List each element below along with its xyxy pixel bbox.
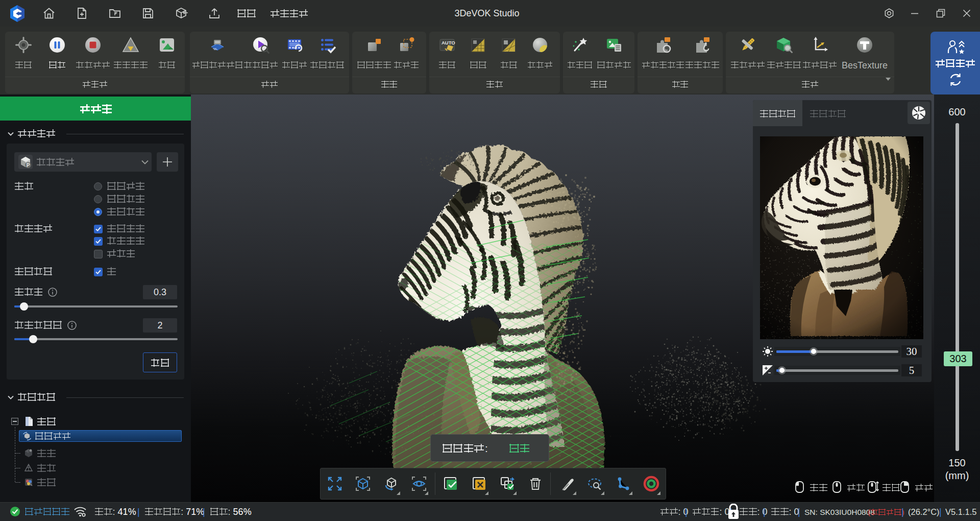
svg-text:AUTO: AUTO — [442, 40, 455, 45]
svg-text:P: P — [27, 162, 30, 168]
